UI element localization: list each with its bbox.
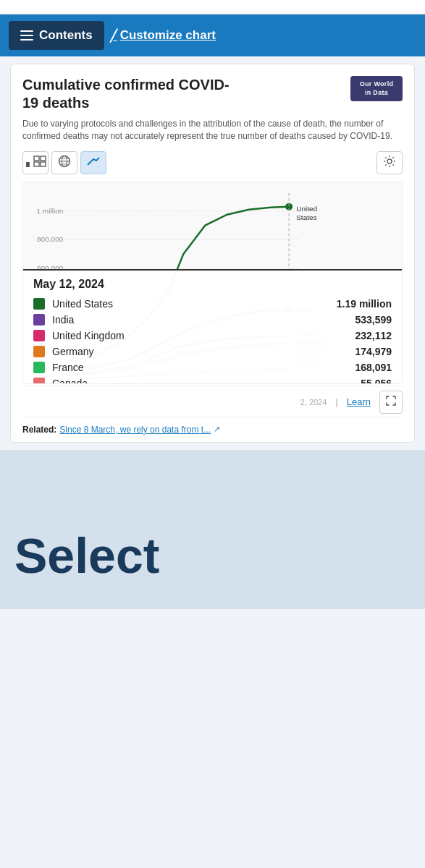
germany-color-swatch — [33, 346, 45, 357]
france-value: 168,091 — [355, 362, 392, 373]
hamburger-icon — [20, 30, 33, 41]
learn-link[interactable]: Learn — [347, 396, 371, 407]
external-link-icon: ↗ — [214, 425, 220, 434]
svg-text:States: States — [296, 213, 316, 221]
chart-subtitle: Due to varying protocols and challenges … — [22, 118, 403, 142]
line-chart-icon — [87, 156, 100, 169]
us-color-swatch — [33, 298, 45, 310]
tooltip-rows: United States 1.19 million India 533,599… — [33, 298, 392, 384]
tooltip-date: May 12, 2024 — [33, 278, 392, 291]
svg-rect-0 — [34, 156, 39, 161]
uk-value: 232,112 — [355, 330, 392, 341]
us-value: 1.19 million — [337, 298, 392, 310]
tooltip-row-canada: Canada 55,056 — [33, 378, 392, 384]
tooltip-row-us: United States 1.19 million — [33, 298, 392, 310]
customize-chart-button[interactable]: ╱ Customize chart — [110, 28, 216, 43]
tooltip-row-france: France 168,091 — [33, 362, 392, 373]
tooltip-row-germany: Germany 174,979 — [33, 346, 392, 357]
owid-logo-text: Our Worldin Data — [356, 80, 397, 97]
date-bottom-label: 2, 2024 — [300, 398, 327, 407]
france-color-swatch — [33, 362, 45, 373]
uk-country-label: United Kingdom — [52, 330, 348, 341]
svg-text:1 million: 1 million — [36, 206, 63, 214]
india-color-swatch — [33, 314, 45, 326]
customize-label: Customize chart — [120, 28, 216, 43]
chart-card: Cumulative confirmed COVID-19 deaths Our… — [10, 64, 415, 443]
tooltip-row-uk: United Kingdom 232,112 — [33, 330, 392, 341]
bottom-section: Select — [0, 450, 425, 609]
canada-country-label: Canada — [52, 378, 353, 384]
line-chart-view-button[interactable] — [80, 151, 106, 174]
us-country-label: United States — [52, 298, 329, 310]
svg-rect-2 — [34, 162, 39, 166]
related-bar: Related: Since 8 March, we rely on data … — [22, 417, 403, 442]
germany-value: 174,979 — [355, 346, 392, 357]
tooltip-row-india: India 533,599 — [33, 314, 392, 326]
related-link[interactable]: Since 8 March, we rely on data from t... — [59, 425, 211, 435]
select-heading: Select — [14, 531, 159, 580]
chart-line-icon: ╱ — [110, 29, 117, 43]
table-view-button[interactable]: ∎ — [22, 151, 49, 174]
uk-color-swatch — [33, 330, 45, 341]
germany-country-label: Germany — [52, 346, 348, 357]
gear-icon — [383, 155, 396, 171]
france-country-label: France — [52, 362, 348, 373]
separator: | — [335, 396, 337, 407]
table-icon: ∎ — [25, 156, 47, 169]
chart-area: 1 million 800,000 600,000 400,000 U — [22, 182, 403, 384]
svg-text:United: United — [296, 204, 317, 212]
map-view-button[interactable] — [51, 151, 77, 174]
svg-rect-1 — [41, 156, 46, 161]
svg-rect-3 — [41, 162, 46, 166]
chart-tooltip: May 12, 2024 United States 1.19 million … — [23, 269, 402, 383]
contents-label: Contents — [39, 28, 93, 43]
canada-color-swatch — [33, 378, 45, 384]
chart-controls: ∎ — [22, 151, 403, 174]
fullscreen-button[interactable] — [379, 391, 403, 414]
contents-button[interactable]: Contents — [9, 21, 104, 50]
card-header: Cumulative confirmed COVID-19 deaths Our… — [22, 76, 403, 112]
toolbar: Contents ╱ Customize chart — [0, 14, 425, 56]
owid-logo: Our Worldin Data — [350, 76, 403, 101]
svg-text:800,000: 800,000 — [37, 235, 64, 243]
svg-point-9 — [387, 159, 392, 163]
chart-title: Cumulative confirmed COVID-19 deaths — [22, 76, 232, 112]
related-label: Related: — [22, 425, 56, 435]
settings-button[interactable] — [376, 151, 403, 174]
fullscreen-icon — [386, 396, 396, 408]
canada-value: 55,056 — [361, 378, 392, 384]
globe-icon — [58, 155, 71, 170]
top-scroll-area — [0, 0, 425, 14]
india-value: 533,599 — [355, 314, 392, 326]
india-country-label: India — [52, 314, 348, 326]
